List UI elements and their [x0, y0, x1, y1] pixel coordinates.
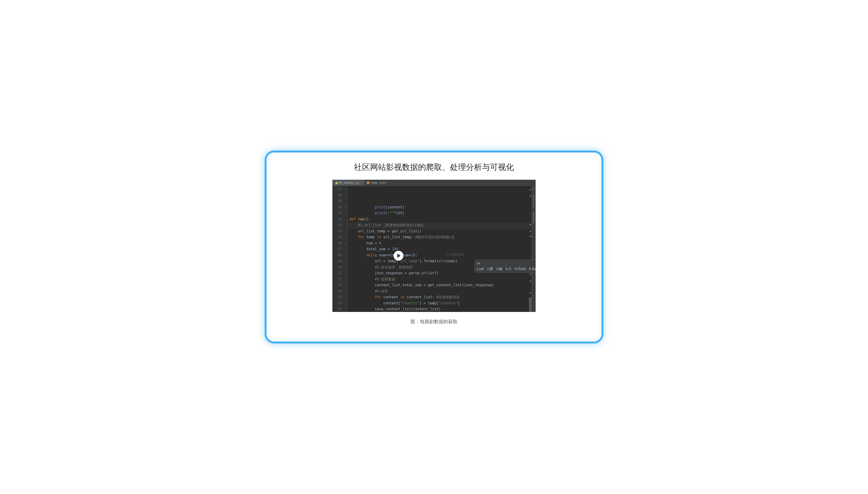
- tab-label: 09_douban.py: [339, 181, 359, 185]
- close-icon[interactable]: ×: [387, 182, 389, 184]
- python-file-icon: [335, 182, 337, 184]
- ime-candidate[interactable]: 2.茹: [487, 267, 493, 271]
- code-area[interactable]: 3738394041424344454647484950515253545556…: [332, 186, 536, 312]
- play-video-button[interactable]: [393, 251, 403, 261]
- ime-candidate-list[interactable]: 1.UR2.茹3.如4.入5.尒(rù)6.亿(yì)7.丒(chǒu)8.什(…: [477, 267, 536, 271]
- ime-input-text: ur: [477, 261, 536, 267]
- fold-column: ▸ ▾ ▾ ▸: [344, 186, 347, 312]
- tab-json-file[interactable]: temp.json ×: [364, 180, 391, 186]
- fold-mark-icon[interactable]: ▾: [345, 206, 347, 208]
- code-content[interactable]: print(content) print("*"*100)def run(): …: [347, 186, 536, 312]
- video-watermark: 正在观看视频: [445, 253, 464, 257]
- ime-candidate[interactable]: 6.亿(yì): [529, 267, 536, 271]
- json-file-icon: [367, 182, 369, 184]
- fold-mark-icon[interactable]: ▸: [345, 303, 347, 305]
- ime-candidate[interactable]: 5.尒(rù): [515, 267, 526, 271]
- code-editor: 09_douban.py × temp.json × 3738394041424…: [332, 180, 536, 312]
- ime-candidate[interactable]: 3.如: [496, 267, 502, 271]
- tab-python-file[interactable]: 09_douban.py ×: [332, 180, 364, 186]
- ime-candidate[interactable]: 1.UR: [477, 267, 484, 271]
- slide-frame: 社区网站影视数据的爬取、处理分析与可视化 09_douban.py × temp…: [265, 151, 603, 343]
- fold-mark-icon[interactable]: ▸: [345, 194, 347, 196]
- eye-icon[interactable]: [532, 188, 535, 190]
- slide-title: 社区网站影视数据的爬取、处理分析与可视化: [354, 162, 514, 173]
- tab-label: temp.json: [371, 181, 386, 185]
- fold-mark-icon[interactable]: ▾: [345, 242, 347, 245]
- line-number-gutter: 3738394041424344454647484950515253545556…: [332, 186, 344, 312]
- ime-candidate-popup[interactable]: ur 1.UR2.茹3.如4.入5.尒(rù)6.亿(yì)7.丒(chǒu)8…: [475, 260, 536, 273]
- figure-caption: 图：电视剧数据的获取: [410, 319, 458, 325]
- close-icon[interactable]: ×: [360, 182, 362, 184]
- ime-candidate[interactable]: 4.入: [505, 267, 512, 271]
- editor-tabs: 09_douban.py × temp.json ×: [332, 180, 536, 186]
